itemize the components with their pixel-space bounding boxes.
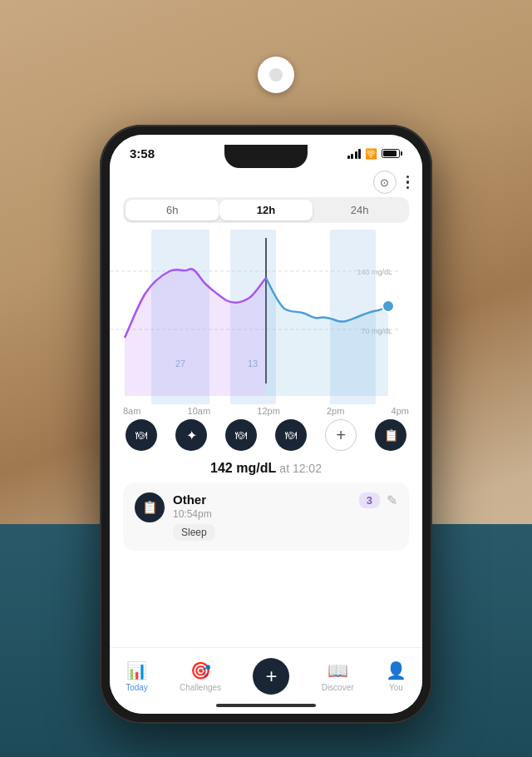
events-row: 🍽 ✦ 🍽 🍽 + 📋: [113, 418, 419, 453]
event-log[interactable]: 📋: [375, 419, 406, 451]
log-icon: 📋: [384, 428, 398, 442]
meal-icon-1: 🍽: [135, 428, 147, 442]
event-meal-3[interactable]: 🍽: [275, 419, 307, 451]
phone-screen: 3:58 🛜 ⊙: [110, 135, 422, 714]
nav-add-button[interactable]: +: [253, 658, 289, 695]
edit-icon[interactable]: ✎: [387, 492, 397, 508]
time-label-2pm: 2pm: [327, 406, 344, 416]
chart-svg: 140 mg/dL 70 mg/dL 27 13: [110, 230, 422, 404]
discover-label: Discover: [322, 683, 354, 692]
dot2: [406, 181, 410, 184]
battery-icon: [382, 149, 402, 158]
log-entry-time: 10:54pm: [173, 508, 215, 520]
meal-icon-3: 🍽: [285, 428, 297, 442]
log-entry-tag: Sleep: [173, 524, 215, 541]
home-indicator: [216, 704, 316, 707]
reading-display: 142 mg/dL at 12:02: [110, 453, 422, 482]
tab-6h[interactable]: 6h: [126, 200, 219, 220]
wifi-icon: 🛜: [365, 148, 377, 160]
today-icon: 📊: [126, 661, 147, 680]
tab-12h[interactable]: 12h: [219, 200, 313, 220]
time-axis: 8am 10am 12pm 2pm 4pm: [110, 404, 422, 418]
phone-frame: 3:58 🛜 ⊙: [100, 125, 432, 724]
log-entry-left: 📋 Other 10:54pm Sleep: [135, 492, 215, 541]
glucose-value: 142 mg/dL: [210, 461, 276, 475]
event-add[interactable]: +: [325, 419, 357, 451]
challenges-label: Challenges: [180, 683, 221, 692]
event-activity[interactable]: ✦: [175, 419, 207, 451]
signal-icon: [347, 149, 362, 159]
phone-notch: [224, 145, 308, 168]
challenges-icon: 🎯: [190, 661, 211, 680]
event-meal-1[interactable]: 🍽: [126, 419, 157, 451]
log-entry[interactable]: 📋 Other 10:54pm Sleep 3 ✎: [123, 482, 409, 551]
nav-you[interactable]: 👤 You: [386, 661, 406, 692]
time-label-12pm: 12pm: [257, 406, 280, 416]
you-label: You: [389, 683, 403, 692]
meal-icon-2: 🍽: [235, 428, 247, 442]
status-time: 3:58: [130, 146, 155, 161]
dot3: [406, 186, 410, 190]
you-icon: 👤: [386, 661, 406, 680]
tab-24h[interactable]: 24h: [313, 200, 406, 220]
nav-challenges[interactable]: 🎯 Challenges: [180, 661, 221, 692]
cgm-sensor: [258, 57, 294, 93]
event-meal-2[interactable]: 🍽: [225, 419, 257, 451]
log-clipboard-icon: 📋: [142, 500, 158, 515]
log-entry-icon: 📋: [135, 492, 165, 522]
nav-today[interactable]: 📊 Today: [126, 661, 148, 692]
nav-add-icon: +: [265, 666, 277, 686]
nav-discover[interactable]: 📖 Discover: [322, 661, 354, 692]
time-label-10am: 10am: [188, 406, 211, 416]
log-entry-title: Other: [173, 492, 215, 507]
time-range-tabs: 6h 12h 24h: [123, 197, 409, 223]
add-icon: +: [336, 426, 346, 445]
log-entry-right: 3 ✎: [359, 492, 397, 508]
status-icons: 🛜: [347, 148, 403, 160]
target-button[interactable]: ⊙: [373, 171, 397, 194]
activity-icon: ✦: [186, 428, 197, 443]
discover-icon: 📖: [328, 661, 348, 680]
time-label-4pm: 4pm: [392, 406, 409, 416]
time-label-8am: 8am: [123, 406, 140, 416]
log-entry-count: 3: [359, 492, 380, 508]
top-controls: ⊙: [110, 167, 422, 197]
reading-time: at 12:02: [279, 462, 322, 475]
target-icon: ⊙: [380, 176, 389, 189]
glucose-chart: 140 mg/dL 70 mg/dL 27 13: [110, 230, 422, 404]
today-label: Today: [126, 683, 148, 692]
log-entry-details: Other 10:54pm Sleep: [173, 492, 215, 541]
svg-point-10: [382, 300, 394, 312]
more-menu-button[interactable]: [406, 176, 410, 190]
dot1: [406, 176, 410, 179]
